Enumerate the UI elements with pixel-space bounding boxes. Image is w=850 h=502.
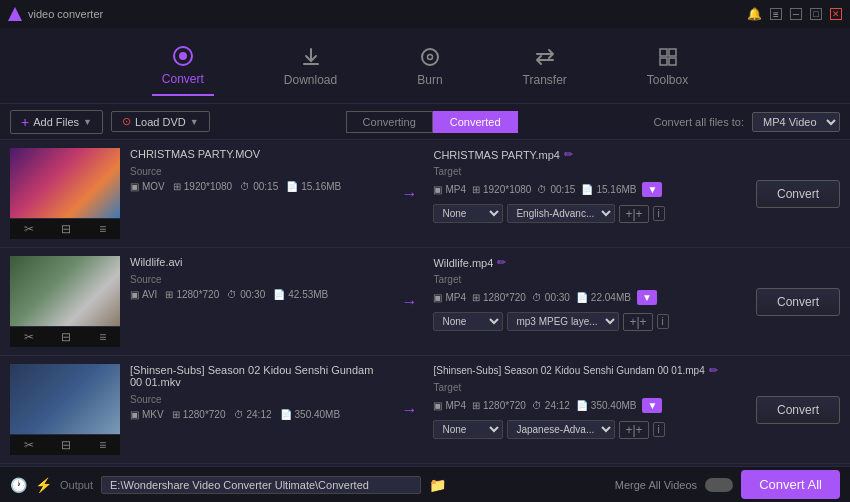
- film-icon: ▣: [130, 289, 139, 300]
- effects-icon[interactable]: ≡: [99, 330, 106, 344]
- merge-toggle[interactable]: [705, 478, 733, 492]
- target-extra: None English-Advanc... +|+ i: [433, 204, 740, 223]
- audio-select-3[interactable]: Japanese-Adva...: [507, 420, 615, 439]
- audio-select-1[interactable]: English-Advanc...: [507, 204, 615, 223]
- menu-button[interactable]: ≡: [770, 8, 782, 20]
- source-filename: Wildlife.avi: [130, 256, 385, 268]
- nav-item-toolbox[interactable]: Toolbox: [637, 37, 698, 95]
- output-label: Output: [60, 479, 93, 491]
- target-size: 📄 350.40MB: [576, 400, 637, 411]
- nav-item-convert[interactable]: Convert: [152, 36, 214, 96]
- target-resolution: ⊞ 1280*720: [472, 292, 526, 303]
- source-duration: ⏱ 24:12: [234, 409, 272, 420]
- convert-button-2[interactable]: Convert: [756, 288, 840, 316]
- target-format-dropdown[interactable]: ▼: [642, 182, 662, 197]
- info-button-2[interactable]: i: [657, 314, 669, 329]
- target-name-row: CHRISTMAS PARTY.mp4 ✏: [433, 148, 740, 161]
- film-icon: ▣: [130, 181, 139, 192]
- file-thumbnail: ✂ ⊟ ≡: [10, 256, 120, 347]
- file-icon: 📄: [286, 181, 298, 192]
- open-folder-button[interactable]: 📁: [429, 477, 446, 493]
- notification-icon[interactable]: 🔔: [747, 7, 762, 21]
- convert-all-button[interactable]: Convert All: [741, 470, 840, 499]
- effects-icon[interactable]: ≡: [99, 222, 106, 236]
- source-details: ▣ AVI ⊞ 1280*720 ⏱ 00:30 📄 42.53MB: [130, 289, 385, 300]
- cut-icon[interactable]: ✂: [24, 222, 34, 236]
- convert-button-1[interactable]: Convert: [756, 180, 840, 208]
- svg-rect-7: [669, 58, 676, 65]
- plus-icon: +: [21, 114, 29, 130]
- source-format: ▣ MKV: [130, 409, 164, 420]
- audio-select-2[interactable]: mp3 MPEG laye...: [507, 312, 619, 331]
- source-size: 📄 15.16MB: [286, 181, 341, 192]
- nav-item-transfer[interactable]: Transfer: [513, 37, 577, 95]
- file-source-info: Wildlife.avi Source ▣ AVI ⊞ 1280*720 ⏱ 0…: [130, 256, 385, 347]
- minimize-button[interactable]: ─: [790, 8, 802, 20]
- cut-icon[interactable]: ✂: [24, 438, 34, 452]
- file-icon2: 📄: [576, 292, 588, 303]
- info-button-1[interactable]: i: [653, 206, 665, 221]
- chapters-icon[interactable]: ⊟: [61, 438, 71, 452]
- res-icon2: ⊞: [472, 292, 480, 303]
- cut-icon[interactable]: ✂: [24, 330, 34, 344]
- output-path-input[interactable]: [101, 476, 421, 494]
- clock-icon2: ⏱: [532, 400, 542, 411]
- speed-button[interactable]: ⚡: [35, 477, 52, 493]
- thumbnail-image: [10, 364, 120, 434]
- file-list: ✂ ⊟ ≡ CHRISTMAS PARTY.MOV Source ▣ MOV ⊞…: [0, 140, 850, 466]
- convert-button-3[interactable]: Convert: [756, 396, 840, 424]
- maximize-button[interactable]: □: [810, 8, 822, 20]
- film-icon: ▣: [130, 409, 139, 420]
- thumbnail-image: [10, 148, 120, 218]
- target-format: ▣ MP4: [433, 400, 466, 411]
- transfer-nav-icon: [533, 45, 557, 69]
- history-button[interactable]: 🕐: [10, 477, 27, 493]
- arrow-icon: →: [395, 364, 423, 455]
- add-audio-button[interactable]: +|+: [619, 205, 648, 223]
- file-icon2: 📄: [581, 184, 593, 195]
- target-details: ▣ MP4 ⊞ 1920*1080 ⏱ 00:15 📄 15.16MB ▼: [433, 182, 740, 197]
- add-audio-button[interactable]: +|+: [619, 421, 648, 439]
- edit-icon[interactable]: ✏: [497, 256, 506, 269]
- target-format-dropdown[interactable]: ▼: [642, 398, 662, 413]
- source-filename: [Shinsen-Subs] Season 02 Kidou Senshi Gu…: [130, 364, 385, 388]
- close-button[interactable]: ✕: [830, 8, 842, 20]
- nav-item-download[interactable]: Download: [274, 37, 347, 95]
- add-files-button[interactable]: + Add Files ▼: [10, 110, 103, 134]
- tab-converted[interactable]: Converted: [433, 111, 518, 133]
- effects-icon[interactable]: ≡: [99, 438, 106, 452]
- target-label: Target: [433, 274, 740, 285]
- source-size: 📄 350.40MB: [280, 409, 341, 420]
- svg-point-2: [422, 49, 438, 65]
- clock-icon: ⏱: [240, 181, 250, 192]
- edit-icon[interactable]: ✏: [709, 364, 718, 377]
- bottom-bar: 🕐 ⚡ Output 📁 Merge All Videos Convert Al…: [0, 466, 850, 502]
- format-select[interactable]: MP4 Video: [752, 112, 840, 132]
- effect-select-2[interactable]: None: [433, 312, 503, 331]
- edit-icon[interactable]: ✏: [564, 148, 573, 161]
- target-duration: ⏱ 00:30: [532, 292, 570, 303]
- load-dvd-button[interactable]: ⊙ Load DVD ▼: [111, 111, 210, 132]
- target-label: Target: [433, 382, 740, 393]
- nav-transfer-label: Transfer: [523, 73, 567, 87]
- target-format: ▣ MP4: [433, 184, 466, 195]
- clock-icon2: ⏱: [537, 184, 547, 195]
- source-label: Source: [130, 274, 385, 285]
- target-name-row: Wildlife.mp4 ✏: [433, 256, 740, 269]
- target-format-dropdown[interactable]: ▼: [637, 290, 657, 305]
- svg-point-1: [179, 52, 187, 60]
- effect-select-3[interactable]: None: [433, 420, 503, 439]
- nav-item-burn[interactable]: Burn: [407, 37, 452, 95]
- arrow-icon: →: [395, 256, 423, 347]
- file-thumbnail: ✂ ⊟ ≡: [10, 364, 120, 455]
- chapters-icon[interactable]: ⊟: [61, 330, 71, 344]
- tab-converting[interactable]: Converting: [346, 111, 433, 133]
- svg-rect-4: [660, 49, 667, 56]
- thumbnail-controls: ✂ ⊟ ≡: [10, 326, 120, 347]
- chapters-icon[interactable]: ⊟: [61, 222, 71, 236]
- add-audio-button[interactable]: +|+: [623, 313, 652, 331]
- effect-select-1[interactable]: None: [433, 204, 503, 223]
- film-icon2: ▣: [433, 184, 442, 195]
- info-button-3[interactable]: i: [653, 422, 665, 437]
- source-resolution: ⊞ 1920*1080: [173, 181, 232, 192]
